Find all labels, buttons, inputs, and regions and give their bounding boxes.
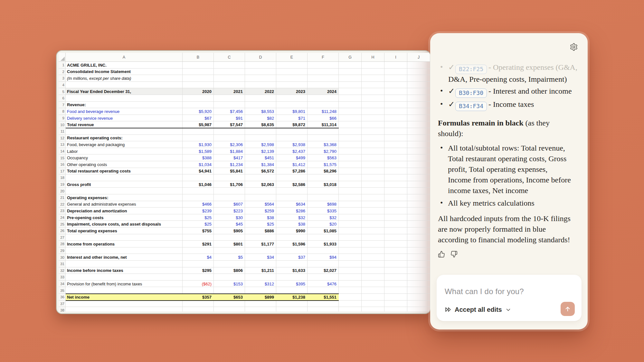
row-header-5[interactable]: 5 [59,88,66,95]
cell-F14[interactable]: $2,790 [308,148,339,155]
cell-C9[interactable]: $91 [214,115,245,122]
cell-A5[interactable]: Fiscal Year Ended December 31, [66,88,183,95]
cell-A2[interactable]: Consolidated Income Statement [66,69,183,75]
cell-J36[interactable] [407,294,430,301]
cell-E5[interactable]: 2023 [276,88,308,95]
cell-H1[interactable] [362,62,384,69]
cell-J38[interactable] [407,307,430,311]
cell-J37[interactable] [407,301,430,307]
cell-F36[interactable]: $1,551 [308,294,339,301]
cell-J22[interactable] [407,201,430,208]
cell-B1[interactable] [183,62,214,69]
thumbs-down-icon[interactable] [450,251,458,258]
cell-D31[interactable] [245,261,276,267]
cell-C18[interactable] [214,174,245,181]
cell-H7[interactable] [362,102,384,108]
row-header-14[interactable]: 14 [59,148,66,155]
cell-A7[interactable]: Revenue: [66,102,183,108]
cell-H36[interactable] [362,294,384,301]
row-header-11[interactable]: 11 [59,128,66,135]
cell-A28[interactable]: Income from operations [66,241,183,247]
cell-A34[interactable]: Provision for (benefit from) income taxe… [66,281,183,287]
cell-J4[interactable] [407,82,430,88]
cell-H24[interactable] [362,214,384,221]
cell-E28[interactable]: $1,596 [276,241,308,247]
cell-B12[interactable] [183,135,214,142]
cell-E13[interactable]: $2,938 [276,141,308,148]
cell-D1[interactable] [245,62,276,69]
cell-C19[interactable]: $1,706 [214,181,245,188]
cell-G36[interactable] [339,294,362,301]
cell-I11[interactable] [384,128,407,135]
accept-all-edits-button[interactable]: Accept all edits [445,305,511,314]
cell-A36[interactable]: Net income [66,294,183,301]
cell-A11[interactable] [66,128,183,135]
cell-C24[interactable]: $30 [214,214,245,221]
cell-G18[interactable] [339,174,362,181]
cell-E3[interactable] [276,75,308,82]
cell-C23[interactable]: $223 [214,208,245,214]
cell-B35[interactable] [183,287,214,294]
cell-H33[interactable] [362,274,384,281]
cell-B36[interactable]: $357 [183,294,214,301]
cell-G27[interactable] [339,234,362,241]
cell-H15[interactable] [362,154,384,161]
cell-C7[interactable] [214,102,245,108]
cell-J31[interactable] [407,261,430,267]
cell-C14[interactable]: $1,884 [214,148,245,155]
cell-F5[interactable]: 2024 [308,88,339,95]
row-header-4[interactable]: 4 [59,82,66,88]
cell-I31[interactable] [384,261,407,267]
cell-G31[interactable] [339,261,362,267]
cell-F9[interactable]: $66 [308,115,339,122]
cell-D19[interactable]: $2,063 [245,181,276,188]
cell-G15[interactable] [339,154,362,161]
cell-G16[interactable] [339,161,362,168]
cell-C21[interactable] [214,194,245,201]
cell-B25[interactable]: $25 [183,221,214,227]
cell-C12[interactable] [214,135,245,142]
cell-F37[interactable] [308,301,339,307]
cell-C32[interactable]: $806 [214,267,245,274]
cell-I10[interactable] [384,121,407,128]
cell-C10[interactable]: $7,547 [214,121,245,128]
cell-G30[interactable] [339,254,362,261]
cell-A21[interactable]: Operating expenses: [66,194,183,201]
cell-B14[interactable]: $1,589 [183,148,214,155]
cell-D37[interactable] [245,301,276,307]
cell-H37[interactable] [362,301,384,307]
cell-H29[interactable] [362,247,384,254]
cell-J10[interactable] [407,121,430,128]
cell-J23[interactable] [407,208,430,214]
cell-A18[interactable] [66,174,183,181]
cell-A33[interactable] [66,274,183,281]
row-header-6[interactable]: 6 [59,95,66,102]
row-header-8[interactable]: 8 [59,108,66,115]
cell-H30[interactable] [362,254,384,261]
cell-I9[interactable] [384,115,407,122]
cell-F19[interactable]: $3,018 [308,181,339,188]
cell-G38[interactable] [339,307,362,311]
cell-H34[interactable] [362,281,384,287]
cell-B27[interactable] [183,234,214,241]
cell-B26[interactable]: $755 [183,227,214,234]
cell-A8[interactable]: Food and beverage revenue [66,108,183,115]
cell-H14[interactable] [362,148,384,155]
row-header-23[interactable]: 23 [59,208,66,214]
cell-E12[interactable] [276,135,308,142]
cell-G9[interactable] [339,115,362,122]
row-header-36[interactable]: 36 [59,294,66,301]
cell-D12[interactable] [245,135,276,142]
cell-A22[interactable]: General and administrative expenses [66,201,183,208]
cell-D24[interactable]: $38 [245,214,276,221]
row-header-18[interactable]: 18 [59,174,66,181]
cell-D3[interactable] [245,75,276,82]
cell-I29[interactable] [384,247,407,254]
cell-A9[interactable]: Delivery service revenue [66,115,183,122]
cell-A16[interactable]: Other operating costs [66,161,183,168]
cell-J21[interactable] [407,194,430,201]
cell-G26[interactable] [339,227,362,234]
cell-A3[interactable]: (In millions, except per share data) [66,75,183,82]
cell-A6[interactable] [66,95,183,102]
cell-F12[interactable] [308,135,339,142]
